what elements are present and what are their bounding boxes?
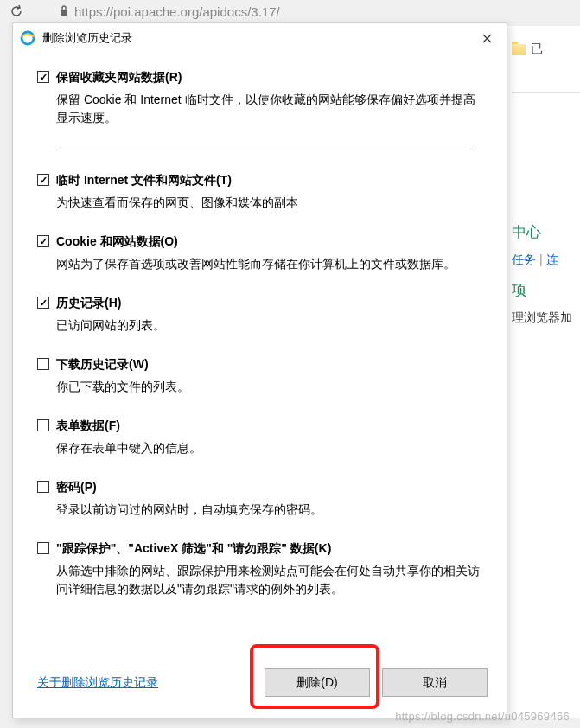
option-temp-files: 临时 Internet 文件和网站文件(T) 为快速查看而保存的网页、图像和媒体…: [37, 173, 482, 212]
checkbox-favorites[interactable]: [37, 71, 49, 83]
desc-passwords: 登录以前访问过的网站时，自动填充保存的密码。: [56, 501, 482, 519]
dialog-content: 保留收藏夹网站数据(R) 保留 Cookie 和 Internet 临时文件，以…: [13, 53, 507, 668]
label-history[interactable]: 历史记录(H): [56, 296, 121, 311]
desc-temp-files: 为快速查看而保存的网页、图像和媒体的副本: [56, 194, 482, 212]
label-passwords[interactable]: 密码(P): [56, 480, 97, 495]
checkbox-cookies[interactable]: [37, 235, 49, 247]
desc-tracking: 从筛选中排除的网站、跟踪保护用来检测站点可能会在何处自动共享你的相关访问详细信息…: [56, 562, 482, 598]
checkbox-form-data[interactable]: [37, 419, 49, 431]
option-history: 历史记录(H) 已访问网站的列表。: [37, 296, 482, 335]
checkbox-tracking[interactable]: [37, 542, 49, 554]
label-tracking[interactable]: "跟踪保护"、"ActiveX 筛选"和 "请勿跟踪" 数据(K): [56, 541, 331, 557]
label-favorites[interactable]: 保留收藏夹网站数据(R): [56, 70, 182, 86]
desc-favorites: 保留 Cookie 和 Internet 临时文件，以使你收藏的网站能够保存偏好…: [56, 91, 482, 127]
checkbox-temp-files[interactable]: [37, 174, 49, 186]
desc-cookies: 网站为了保存首选项或改善网站性能而存储在你计算机上的文件或数据库。: [56, 255, 482, 273]
label-cookies[interactable]: Cookie 和网站数据(O): [56, 234, 178, 250]
option-favorites: 保留收藏夹网站数据(R) 保留 Cookie 和 Internet 临时文件，以…: [37, 70, 482, 127]
bg-link2[interactable]: 连: [546, 252, 558, 266]
reload-icon[interactable]: [9, 3, 24, 19]
bg-text: 理浏览器加: [512, 310, 580, 326]
close-button[interactable]: [474, 28, 500, 48]
bg-center-heading: 中心: [512, 222, 580, 242]
url-text[interactable]: https://poi.apache.org/apidocs/3.17/: [74, 4, 280, 19]
checkbox-downloads[interactable]: [37, 358, 49, 370]
browser-address-bar: https://poi.apache.org/apidocs/3.17/: [0, 0, 580, 22]
background-panel: 已 中心 任务|连 项 理浏览器加: [502, 26, 580, 718]
folder-label: 已: [531, 42, 543, 57]
option-passwords: 密码(P) 登录以前访问过的网站时，自动填充保存的密码。: [37, 480, 482, 519]
checkbox-passwords[interactable]: [37, 481, 49, 493]
desc-history: 已访问网站的列表。: [56, 316, 482, 335]
label-temp-files[interactable]: 临时 Internet 文件和网站文件(T): [56, 173, 232, 188]
checkbox-history[interactable]: [37, 297, 49, 309]
bg-tasks-link[interactable]: 任务: [512, 252, 536, 266]
desc-downloads: 你已下载的文件的列表。: [56, 378, 482, 396]
dialog-title: 删除浏览历史记录: [42, 30, 132, 46]
delete-button[interactable]: 删除(D): [265, 668, 370, 697]
bookmark-folder[interactable]: 已: [512, 42, 580, 57]
watermark: https://blog.csdn.net/u045969466: [395, 710, 570, 723]
option-cookies: Cookie 和网站数据(O) 网站为了保存首选项或改善网站性能而存储在你计算机…: [37, 234, 482, 273]
svg-rect-0: [61, 10, 67, 16]
label-downloads[interactable]: 下载历史记录(W): [56, 357, 149, 373]
bg-item-heading: 项: [512, 280, 580, 300]
desc-form-data: 保存在表单中键入的信息。: [56, 439, 482, 457]
label-form-data[interactable]: 表单数据(F): [56, 418, 120, 434]
folder-icon: [512, 44, 526, 55]
cancel-button[interactable]: 取消: [382, 668, 488, 697]
help-link[interactable]: 关于删除浏览历史记录: [37, 675, 158, 691]
bg-tasks-row: 任务|连: [512, 252, 580, 268]
divider: [56, 150, 471, 150]
option-form-data: 表单数据(F) 保存在表单中键入的信息。: [37, 418, 482, 457]
lock-icon: [59, 4, 69, 19]
ie-icon: [20, 30, 35, 46]
dialog-titlebar: 删除浏览历史记录: [13, 23, 507, 53]
option-tracking: "跟踪保护"、"ActiveX 筛选"和 "请勿跟踪" 数据(K) 从筛选中排除…: [37, 541, 482, 598]
delete-history-dialog: 删除浏览历史记录 保留收藏夹网站数据(R) 保留 Cookie 和 Intern…: [12, 22, 507, 718]
option-downloads: 下载历史记录(W) 你已下载的文件的列表。: [37, 357, 482, 396]
